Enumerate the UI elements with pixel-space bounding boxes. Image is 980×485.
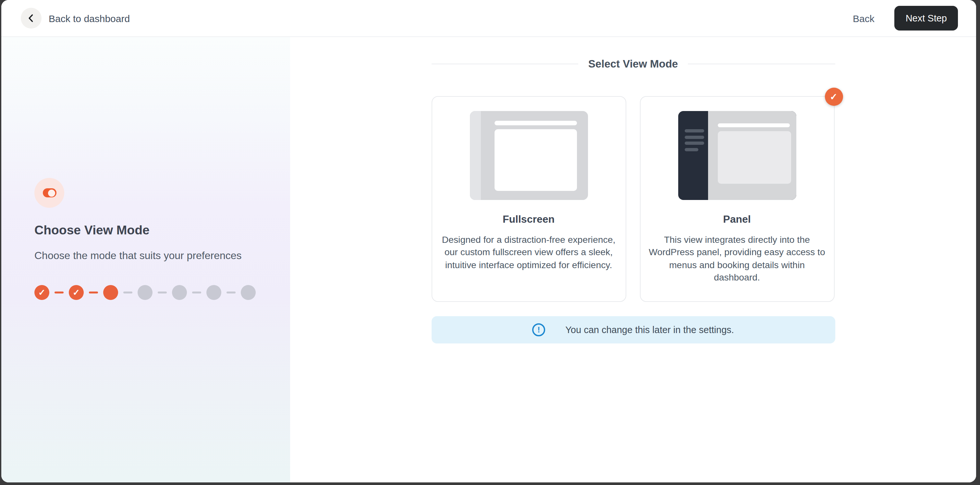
sidebar: Choose View Mode Choose the mode that su… (1, 37, 290, 482)
step-subtitle: Choose the mode that suits your preferen… (34, 250, 270, 262)
illustration-address-bar (718, 123, 789, 127)
progress-step-2-completed: ✓ (69, 285, 84, 300)
illustration-side-strip (469, 111, 480, 200)
toggle-pill (43, 188, 56, 197)
back-button[interactable]: Back (853, 13, 875, 24)
progress-step-3-current (103, 285, 118, 300)
step-connector (54, 292, 64, 294)
toggle-knob (48, 189, 55, 196)
progress-step-1-completed: ✓ (34, 285, 49, 300)
back-circle-button[interactable] (21, 8, 41, 29)
main-content: Select View Mode Fullscreen Designed for… (290, 37, 976, 482)
divider-line-left (431, 63, 579, 64)
notice-banner: ! You can change this later in the setti… (431, 316, 835, 343)
toggle-icon (34, 178, 64, 208)
step-connector (158, 292, 167, 294)
card-title: Panel (640, 214, 834, 225)
section-header: Select View Mode (431, 56, 835, 71)
card-description: Designed for a distraction-free experien… (440, 234, 617, 271)
progress-steps: ✓✓ (34, 285, 270, 300)
view-mode-card-fullscreen[interactable]: Fullscreen Designed for a distraction-fr… (431, 96, 626, 302)
card-description: This view integrates directly into the W… (649, 234, 825, 284)
progress-step-4-upcoming (138, 285, 153, 300)
step-connector (226, 292, 235, 294)
illustration-menu-lines (684, 129, 704, 151)
top-bar: Back to dashboard Back Next Step (1, 0, 976, 37)
progress-step-5-upcoming (172, 285, 187, 300)
step-title: Choose View Mode (34, 223, 270, 238)
divider-line-right (687, 63, 835, 64)
plugin-setup-window: Back to dashboard Back Next Step Choose … (1, 0, 976, 482)
step-connector (123, 292, 132, 294)
illustration-content-area (494, 129, 577, 191)
panel-window-illustration (678, 111, 796, 200)
fullscreen-window-illustration (469, 111, 588, 200)
view-mode-card-panel[interactable]: Panel This view integrates directly into… (640, 96, 834, 302)
back-to-dashboard-label[interactable]: Back to dashboard (49, 13, 130, 24)
info-icon: ! (532, 323, 545, 336)
view-mode-options: Fullscreen Designed for a distraction-fr… (431, 96, 835, 302)
notice-text: You can change this later in the setting… (565, 325, 734, 335)
card-title: Fullscreen (432, 214, 625, 225)
illustration-content-area (718, 131, 791, 184)
chevron-left-icon (25, 12, 37, 24)
selected-check-badge: ✓ (824, 88, 843, 106)
app-window: Back to dashboard Back Next Step Choose … (0, 0, 980, 485)
illustration-address-bar (494, 121, 577, 125)
section-title: Select View Mode (579, 57, 687, 70)
next-step-button[interactable]: Next Step (895, 6, 958, 30)
step-connector (89, 292, 98, 294)
progress-step-6-upcoming (206, 285, 221, 300)
progress-step-7-upcoming (241, 285, 256, 300)
step-connector (192, 292, 201, 294)
